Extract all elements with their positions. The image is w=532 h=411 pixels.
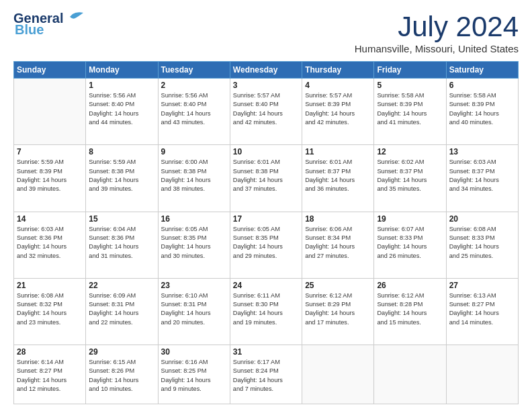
day-number: 12 [377,147,443,156]
day-info: Sunrise: 6:01 AMSunset: 8:37 PMDaylight:… [305,158,371,193]
calendar-week-row: 28Sunrise: 6:14 AMSunset: 8:27 PMDayligh… [14,345,519,404]
day-number: 10 [233,147,299,156]
day-number: 18 [305,214,371,224]
table-row: 9Sunrise: 6:00 AMSunset: 8:38 PMDaylight… [158,145,230,212]
logo-blue: Blue [15,22,44,38]
header-thursday: Thursday [302,62,374,79]
table-row: 31Sunrise: 6:17 AMSunset: 8:24 PMDayligh… [230,345,302,404]
header-saturday: Saturday [446,62,518,79]
day-info: Sunrise: 6:05 AMSunset: 8:35 PMDaylight:… [233,225,299,261]
day-info: Sunrise: 6:10 AMSunset: 8:31 PMDaylight:… [161,291,227,327]
table-row: 16Sunrise: 6:05 AMSunset: 8:35 PMDayligh… [158,212,230,278]
day-info: Sunrise: 5:56 AMSunset: 8:40 PMDaylight:… [161,91,227,127]
day-info: Sunrise: 5:56 AMSunset: 8:40 PMDaylight:… [89,91,154,127]
table-row: 27Sunrise: 6:13 AMSunset: 8:27 PMDayligh… [446,278,518,345]
table-row: 12Sunrise: 6:02 AMSunset: 8:37 PMDayligh… [374,145,446,212]
table-row: 18Sunrise: 6:06 AMSunset: 8:34 PMDayligh… [302,212,374,278]
table-row: 2Sunrise: 5:56 AMSunset: 8:40 PMDaylight… [158,79,230,145]
calendar-week-row: 1Sunrise: 5:56 AMSunset: 8:40 PMDaylight… [14,79,519,145]
day-number: 27 [449,281,515,290]
month-title: July 2024 [355,11,519,43]
day-number: 16 [161,214,227,224]
day-info: Sunrise: 6:12 AMSunset: 8:29 PMDaylight:… [305,291,371,327]
title-section: July 2024 Humansville, Missouri, United … [355,11,519,54]
day-number: 19 [377,214,443,224]
day-info: Sunrise: 6:14 AMSunset: 8:27 PMDaylight:… [17,358,83,394]
calendar-header-row: Sunday Monday Tuesday Wednesday Thursday… [14,62,519,79]
day-info: Sunrise: 6:07 AMSunset: 8:33 PMDaylight:… [377,225,443,261]
table-row: 26Sunrise: 6:12 AMSunset: 8:28 PMDayligh… [374,278,446,345]
day-info: Sunrise: 6:16 AMSunset: 8:25 PMDaylight:… [161,358,227,394]
table-row: 21Sunrise: 6:08 AMSunset: 8:32 PMDayligh… [14,278,86,345]
table-row: 8Sunrise: 5:59 AMSunset: 8:38 PMDaylight… [86,145,158,212]
table-row: 5Sunrise: 5:58 AMSunset: 8:39 PMDaylight… [374,79,446,145]
day-number: 3 [233,81,299,90]
calendar-table: Sunday Monday Tuesday Wednesday Thursday… [13,61,519,404]
day-info: Sunrise: 6:08 AMSunset: 8:32 PMDaylight:… [17,291,83,327]
day-number: 8 [89,147,154,156]
table-row [446,345,518,404]
calendar-week-row: 7Sunrise: 5:59 AMSunset: 8:39 PMDaylight… [14,145,519,212]
calendar-week-row: 14Sunrise: 6:03 AMSunset: 8:36 PMDayligh… [14,212,519,278]
logo: General Blue [13,11,85,38]
table-row: 19Sunrise: 6:07 AMSunset: 8:33 PMDayligh… [374,212,446,278]
day-number: 31 [233,347,299,357]
logo-bird-icon [63,11,85,26]
table-row: 14Sunrise: 6:03 AMSunset: 8:36 PMDayligh… [14,212,86,278]
table-row: 20Sunrise: 6:08 AMSunset: 8:33 PMDayligh… [446,212,518,278]
table-row: 28Sunrise: 6:14 AMSunset: 8:27 PMDayligh… [14,345,86,404]
day-number: 14 [17,214,83,224]
table-row: 7Sunrise: 5:59 AMSunset: 8:39 PMDaylight… [14,145,86,212]
day-number: 11 [305,147,371,156]
table-row: 15Sunrise: 6:04 AMSunset: 8:36 PMDayligh… [86,212,158,278]
day-info: Sunrise: 5:58 AMSunset: 8:39 PMDaylight:… [449,91,515,127]
day-number: 24 [233,281,299,290]
day-info: Sunrise: 6:04 AMSunset: 8:36 PMDaylight:… [89,225,154,261]
day-info: Sunrise: 6:02 AMSunset: 8:37 PMDaylight:… [377,158,443,193]
header: General Blue July 2024 Humansville, Miss… [13,11,519,54]
header-monday: Monday [86,62,158,79]
day-number: 23 [161,281,227,290]
header-tuesday: Tuesday [158,62,230,79]
day-info: Sunrise: 6:12 AMSunset: 8:28 PMDaylight:… [377,291,443,327]
day-number: 5 [377,81,443,90]
table-row: 25Sunrise: 6:12 AMSunset: 8:29 PMDayligh… [302,278,374,345]
table-row: 13Sunrise: 6:03 AMSunset: 8:37 PMDayligh… [446,145,518,212]
header-sunday: Sunday [14,62,86,79]
day-number: 21 [17,281,83,290]
day-number: 28 [17,347,83,357]
day-info: Sunrise: 6:01 AMSunset: 8:38 PMDaylight:… [233,158,299,193]
day-number: 9 [161,147,227,156]
day-number: 1 [89,81,154,90]
day-info: Sunrise: 6:03 AMSunset: 8:36 PMDaylight:… [17,225,83,261]
day-number: 20 [449,214,515,224]
day-info: Sunrise: 5:57 AMSunset: 8:40 PMDaylight:… [233,91,299,127]
table-row [302,345,374,404]
subtitle: Humansville, Missouri, United States [355,43,519,54]
calendar-week-row: 21Sunrise: 6:08 AMSunset: 8:32 PMDayligh… [14,278,519,345]
day-info: Sunrise: 6:08 AMSunset: 8:33 PMDaylight:… [449,225,515,261]
day-number: 6 [449,81,515,90]
table-row: 24Sunrise: 6:11 AMSunset: 8:30 PMDayligh… [230,278,302,345]
day-number: 13 [449,147,515,156]
day-number: 25 [305,281,371,290]
table-row: 29Sunrise: 6:15 AMSunset: 8:26 PMDayligh… [86,345,158,404]
day-number: 29 [89,347,154,357]
day-info: Sunrise: 6:03 AMSunset: 8:37 PMDaylight:… [449,158,515,193]
day-number: 26 [377,281,443,290]
day-info: Sunrise: 5:58 AMSunset: 8:39 PMDaylight:… [377,91,443,127]
day-number: 22 [89,281,154,290]
table-row: 6Sunrise: 5:58 AMSunset: 8:39 PMDaylight… [446,79,518,145]
table-row: 4Sunrise: 5:57 AMSunset: 8:39 PMDaylight… [302,79,374,145]
day-number: 4 [305,81,371,90]
table-row: 11Sunrise: 6:01 AMSunset: 8:37 PMDayligh… [302,145,374,212]
day-info: Sunrise: 5:57 AMSunset: 8:39 PMDaylight:… [305,91,371,127]
header-friday: Friday [374,62,446,79]
day-info: Sunrise: 6:06 AMSunset: 8:34 PMDaylight:… [305,225,371,261]
day-info: Sunrise: 5:59 AMSunset: 8:39 PMDaylight:… [17,158,83,193]
table-row: 23Sunrise: 6:10 AMSunset: 8:31 PMDayligh… [158,278,230,345]
day-info: Sunrise: 6:09 AMSunset: 8:31 PMDaylight:… [89,291,154,327]
day-number: 2 [161,81,227,90]
table-row [374,345,446,404]
day-info: Sunrise: 6:15 AMSunset: 8:26 PMDaylight:… [89,358,154,394]
